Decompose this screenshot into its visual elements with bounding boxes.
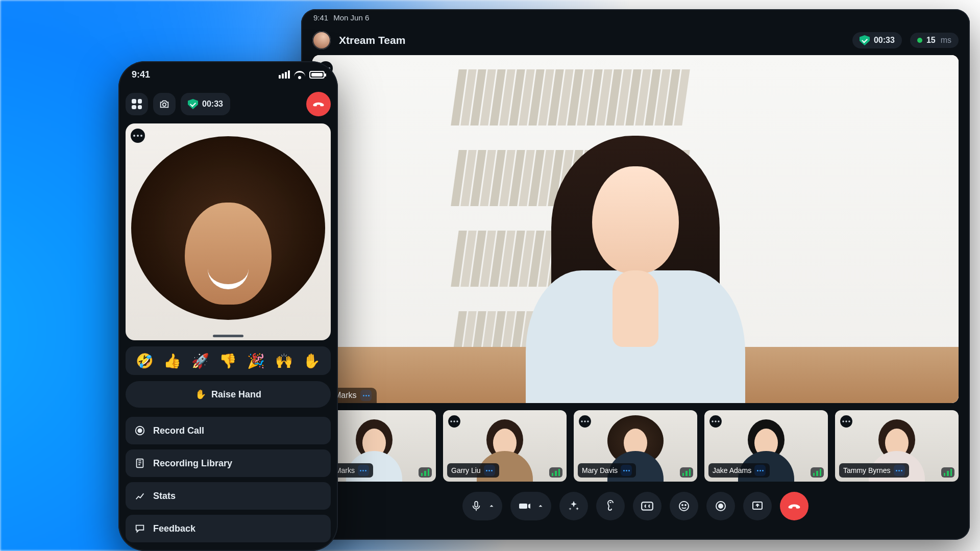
tablet-status-bar: 9:41 Mon Jun 6: [301, 9, 970, 26]
cc-icon: [641, 499, 654, 513]
phone-end-call-button[interactable]: [306, 92, 331, 116]
main-video-tile[interactable]: Ann Marks: [312, 55, 959, 403]
menu-item-label: Recording Library: [153, 458, 232, 469]
tile-more-button[interactable]: [448, 415, 460, 428]
participant-tile[interactable]: Jake Adams: [704, 410, 828, 482]
menu-feedback[interactable]: Feedback: [126, 515, 331, 542]
svg-point-4: [685, 505, 686, 506]
captions-button[interactable]: [633, 492, 662, 520]
raise-hand-label: Raise Hand: [211, 389, 261, 400]
latency-unit: ms: [941, 36, 951, 45]
tablet-call-window: 9:41 Mon Jun 6 Xtream Team 00:33 15 ms: [301, 9, 970, 540]
participant-name-badge: Jake Adams: [708, 463, 770, 478]
tablet-status-date: Mon Jun 6: [333, 13, 369, 22]
participant-tile[interactable]: Mary Davis: [574, 410, 697, 482]
reactions-button[interactable]: [670, 492, 698, 520]
latency-pill[interactable]: 15 ms: [910, 33, 959, 48]
svg-point-6: [719, 504, 723, 508]
participant-name: Jake Adams: [713, 466, 751, 474]
phone-timer-pill[interactable]: 00:33: [181, 93, 230, 115]
svg-point-3: [682, 505, 683, 506]
svg-point-10: [138, 429, 141, 432]
share-screen-icon: [751, 500, 764, 512]
wifi-icon: [294, 69, 305, 80]
record-icon: [715, 500, 727, 512]
name-badge-more-icon[interactable]: [358, 465, 369, 476]
svg-rect-0: [475, 502, 478, 507]
participant-name: Garry Liu: [451, 466, 481, 474]
audio-button[interactable]: [596, 492, 625, 520]
phone-call-window: 9:41 00:33: [118, 61, 338, 551]
signal-strength-icon: [549, 467, 562, 478]
phone-status-time: 9:41: [132, 69, 150, 80]
effects-button[interactable]: [559, 492, 588, 520]
reaction-emoji[interactable]: 👍: [163, 353, 181, 369]
name-badge-more-icon[interactable]: [754, 465, 766, 476]
record-button[interactable]: [706, 492, 735, 520]
svg-point-2: [679, 502, 689, 511]
phone-menu-list: Record Call Recording Library Stats Feed…: [126, 417, 331, 542]
signal-strength-icon: [419, 467, 432, 478]
raise-hand-button[interactable]: ✋ Raise Hand: [126, 381, 331, 408]
stats-icon: [134, 490, 146, 502]
reaction-emoji-row: 🤣 👍 🚀 👎 🎉 🙌 ✋: [126, 346, 331, 375]
reaction-emoji[interactable]: 🤣: [136, 353, 154, 369]
menu-record-call[interactable]: Record Call: [126, 417, 331, 444]
record-icon: [134, 424, 146, 437]
reaction-emoji[interactable]: 🚀: [191, 353, 209, 369]
sheet-grabber[interactable]: [213, 335, 243, 337]
participant-name-badge: Garry Liu: [447, 463, 499, 478]
camera-photo-icon: [159, 98, 170, 110]
chevron-up-icon[interactable]: [534, 499, 547, 513]
snapshot-button[interactable]: [153, 93, 176, 115]
tile-more-button[interactable]: [840, 415, 852, 428]
camera-button[interactable]: [510, 492, 551, 520]
shield-check-icon: [188, 99, 198, 109]
participant-name-badge: Mary Davis: [578, 463, 636, 478]
tile-more-button[interactable]: [709, 415, 722, 428]
emoji-icon: [678, 500, 690, 512]
phone-call-timer: 00:33: [202, 99, 223, 109]
name-badge-more-icon[interactable]: [621, 465, 632, 476]
name-badge-more-icon[interactable]: [360, 390, 372, 401]
participant-tile[interactable]: Tammy Byrnes: [835, 410, 959, 482]
call-timer: 00:33: [874, 36, 895, 45]
mic-icon: [471, 500, 482, 512]
phone-call-topbar: 00:33: [118, 88, 338, 120]
team-avatar[interactable]: [312, 31, 331, 49]
hand-icon: ✋: [195, 389, 206, 400]
name-badge-more-icon[interactable]: [894, 465, 905, 476]
menu-recording-library[interactable]: Recording Library: [126, 449, 331, 477]
mic-button[interactable]: [462, 492, 502, 520]
self-video-tile[interactable]: [126, 123, 331, 340]
sparkle-icon: [568, 500, 580, 512]
name-badge-more-icon[interactable]: [484, 465, 495, 476]
feedback-icon: [134, 522, 146, 535]
ear-icon: [604, 500, 617, 512]
participant-tile[interactable]: Garry Liu: [443, 410, 567, 482]
participant-name: Mary Davis: [582, 466, 618, 474]
reaction-emoji[interactable]: ✋: [303, 353, 321, 369]
svg-point-8: [163, 103, 166, 106]
connection-timer-pill[interactable]: 00:33: [852, 32, 902, 48]
phone-status-bar: 9:41: [118, 61, 338, 88]
tile-more-button[interactable]: [579, 415, 591, 428]
chevron-up-icon[interactable]: [485, 499, 498, 513]
call-toolbar: [301, 492, 970, 520]
tablet-status-time: 9:41: [313, 13, 328, 22]
grid-icon: [132, 99, 142, 109]
layout-grid-button[interactable]: [126, 93, 148, 115]
participant-name: Tammy Byrnes: [843, 466, 891, 474]
reaction-emoji[interactable]: 👎: [219, 353, 237, 369]
reaction-emoji[interactable]: 🎉: [247, 353, 265, 369]
end-call-icon: [312, 97, 325, 111]
menu-stats[interactable]: Stats: [126, 482, 331, 510]
end-call-button[interactable]: [780, 492, 808, 520]
signal-strength-icon: [811, 467, 824, 478]
team-name: Xtream Team: [339, 34, 405, 46]
main-speaker-figure: [503, 117, 768, 403]
reaction-emoji[interactable]: 🙌: [275, 353, 293, 369]
library-icon: [134, 457, 146, 469]
signal-strength-icon: [680, 467, 693, 478]
share-screen-button[interactable]: [743, 492, 772, 520]
